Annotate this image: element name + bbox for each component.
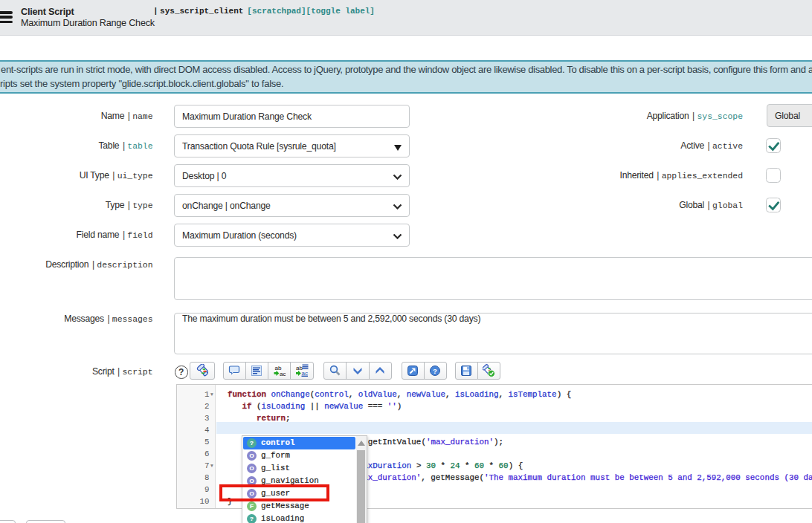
svg-text:?: ? [434,366,438,374]
svg-text:ac: ac [280,371,286,377]
